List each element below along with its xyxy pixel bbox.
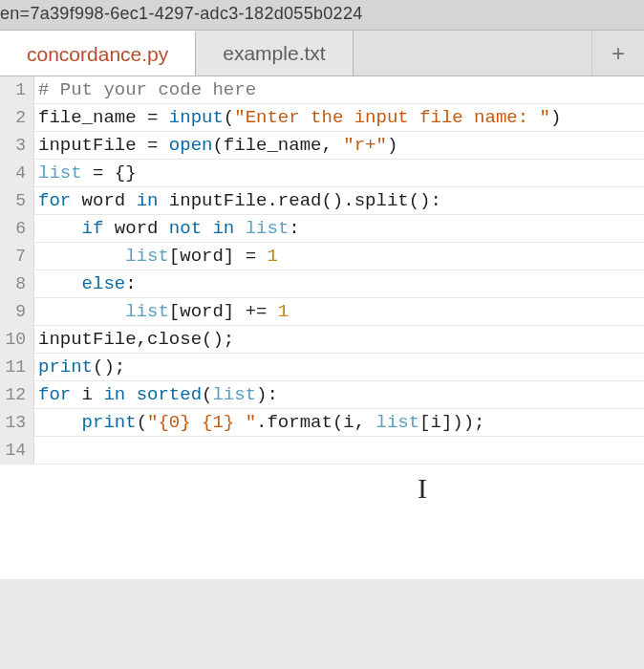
token: [word] = bbox=[169, 246, 268, 267]
token: ( bbox=[224, 107, 234, 128]
token: inputFile,close(); bbox=[38, 329, 234, 350]
token: (file_name, bbox=[212, 135, 343, 156]
token bbox=[38, 412, 82, 433]
token: = {} bbox=[82, 162, 137, 183]
token: [word] += bbox=[169, 301, 278, 322]
code-content[interactable]: list[word] += 1 bbox=[34, 298, 644, 325]
line-number: 1 bbox=[0, 76, 34, 103]
token: in bbox=[137, 190, 169, 211]
code-content[interactable]: inputFile = open(file_name, "r+") bbox=[34, 132, 644, 159]
code-line[interactable]: 5for word in inputFile.read().split(): bbox=[0, 187, 644, 215]
code-content[interactable] bbox=[34, 437, 644, 464]
code-line[interactable]: 12for i in sorted(list): bbox=[0, 381, 644, 409]
token: list bbox=[246, 218, 290, 239]
code-line[interactable]: 7 list[word] = 1 bbox=[0, 243, 644, 270]
token bbox=[38, 246, 125, 267]
token: for bbox=[38, 384, 82, 405]
token: print bbox=[82, 412, 137, 433]
token: .format(i, bbox=[256, 412, 376, 433]
line-number: 10 bbox=[0, 326, 34, 353]
token bbox=[38, 218, 82, 239]
code-content[interactable]: file_name = input("Enter the input file … bbox=[34, 104, 644, 131]
token: 1 bbox=[267, 246, 277, 267]
line-number: 12 bbox=[0, 381, 34, 408]
line-number: 13 bbox=[0, 409, 34, 436]
token: input bbox=[169, 107, 224, 128]
code-line[interactable]: 4list = {} bbox=[0, 160, 644, 187]
plus-icon: + bbox=[612, 40, 625, 67]
tab-concordance[interactable]: concordance.py bbox=[0, 31, 196, 76]
line-number: 3 bbox=[0, 132, 34, 159]
code-line[interactable]: 14 bbox=[0, 437, 644, 464]
token: i bbox=[82, 384, 104, 405]
tab-add-button[interactable]: + bbox=[591, 31, 644, 76]
line-number: 5 bbox=[0, 187, 34, 214]
token: in bbox=[103, 384, 136, 405]
token: "r+" bbox=[343, 135, 387, 156]
code-content[interactable]: inputFile,close(); bbox=[34, 326, 644, 353]
code-content[interactable]: for i in sorted(list): bbox=[34, 381, 644, 408]
token: print bbox=[38, 356, 93, 378]
tab-spacer bbox=[354, 31, 591, 76]
line-number: 9 bbox=[0, 298, 34, 325]
token: inputFile bbox=[38, 135, 147, 156]
code-content[interactable]: list[word] = 1 bbox=[34, 243, 644, 270]
code-editor[interactable]: 1# Put your code here2file_name = input(… bbox=[0, 76, 644, 464]
code-content[interactable]: # Put your code here bbox=[34, 76, 644, 103]
line-number: 4 bbox=[0, 160, 34, 186]
code-content[interactable]: if word not in list: bbox=[34, 215, 644, 242]
token bbox=[38, 301, 125, 322]
token: not in bbox=[169, 218, 246, 239]
token: open bbox=[169, 135, 213, 156]
token: list bbox=[212, 384, 256, 405]
token: [i])); bbox=[419, 412, 484, 433]
token: : bbox=[125, 273, 136, 294]
code-line[interactable]: 10inputFile,close(); bbox=[0, 326, 644, 354]
line-number: 14 bbox=[0, 437, 34, 464]
tab-bar: concordance.py example.txt + bbox=[0, 31, 644, 76]
token: list bbox=[376, 412, 419, 433]
token: inputFile.read().split(): bbox=[169, 190, 441, 211]
token: "{0} {1} " bbox=[147, 412, 256, 433]
line-number: 11 bbox=[0, 354, 34, 380]
tab-label: example.txt bbox=[223, 42, 325, 65]
token: ) bbox=[387, 135, 397, 156]
url-text: en=7a39f998-6ec1-4297-adc3-182d055b0224 bbox=[0, 4, 363, 23]
code-content[interactable]: print("{0} {1} ".format(i, list[i])); bbox=[34, 409, 644, 436]
token: ( bbox=[137, 412, 147, 433]
tab-label: concordance.py bbox=[27, 43, 168, 66]
code-content[interactable]: else: bbox=[34, 270, 644, 297]
token: # Put your code here bbox=[38, 79, 256, 100]
token: word bbox=[115, 218, 169, 239]
code-line[interactable]: 6 if word not in list: bbox=[0, 215, 644, 243]
token: (); bbox=[93, 356, 125, 378]
line-number: 6 bbox=[0, 215, 34, 242]
text-cursor-icon: I bbox=[0, 464, 644, 579]
token: = bbox=[147, 135, 169, 156]
token: ): bbox=[256, 384, 278, 405]
token: list bbox=[125, 246, 169, 267]
code-line[interactable]: 13 print("{0} {1} ".format(i, list[i])); bbox=[0, 409, 644, 437]
code-content[interactable]: for word in inputFile.read().split(): bbox=[34, 187, 644, 214]
code-content[interactable]: list = {} bbox=[34, 160, 644, 186]
token: : bbox=[289, 218, 299, 239]
code-line[interactable]: 11print(); bbox=[0, 354, 644, 381]
token: if bbox=[82, 218, 115, 239]
url-bar[interactable]: en=7a39f998-6ec1-4297-adc3-182d055b0224 bbox=[0, 0, 644, 31]
line-number: 8 bbox=[0, 270, 34, 297]
token: ) bbox=[550, 107, 561, 128]
line-number: 7 bbox=[0, 243, 34, 270]
code-line[interactable]: 3inputFile = open(file_name, "r+") bbox=[0, 132, 644, 160]
token: for bbox=[38, 190, 82, 211]
code-line[interactable]: 1# Put your code here bbox=[0, 76, 644, 104]
code-line[interactable]: 9 list[word] += 1 bbox=[0, 298, 644, 326]
code-line[interactable]: 2file_name = input("Enter the input file… bbox=[0, 104, 644, 132]
token bbox=[38, 273, 82, 294]
token: file_name bbox=[38, 107, 147, 128]
token: = bbox=[147, 107, 169, 128]
code-content[interactable]: print(); bbox=[34, 354, 644, 380]
code-line[interactable]: 8 else: bbox=[0, 270, 644, 298]
line-number: 2 bbox=[0, 104, 34, 131]
token: "Enter the input file name: " bbox=[234, 107, 550, 128]
tab-example[interactable]: example.txt bbox=[196, 31, 353, 76]
